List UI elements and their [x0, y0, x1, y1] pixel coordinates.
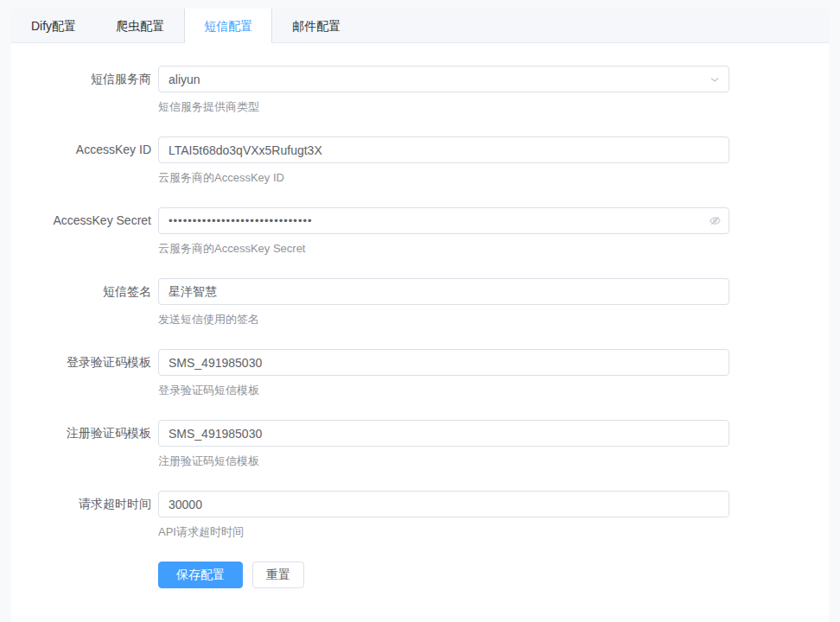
register-code-template-input[interactable]: [158, 420, 729, 447]
accesskey-id-hint: 云服务商的AccessKey ID: [158, 170, 729, 186]
field-sms-provider: 短信服务商 短信服务提供商类型: [11, 66, 829, 115]
register-code-template-label: 注册验证码模板: [11, 420, 151, 469]
sms-provider-select[interactable]: [158, 66, 729, 92]
accesskey-secret-input[interactable]: [158, 207, 729, 234]
accesskey-id-input[interactable]: [158, 136, 729, 163]
accesskey-id-label: AccessKey ID: [11, 136, 151, 186]
field-sms-signature: 短信签名 发送短信使用的签名: [11, 278, 829, 327]
tab-bar: Dify配置 爬虫配置 短信配置 邮件配置: [11, 9, 829, 43]
field-request-timeout: 请求超时时间 API请求超时时间: [11, 491, 829, 540]
sms-signature-hint: 发送短信使用的签名: [158, 312, 729, 327]
tab-dify-config[interactable]: Dify配置: [11, 9, 96, 42]
request-timeout-label: 请求超时时间: [11, 491, 151, 540]
tab-sms-config[interactable]: 短信配置: [184, 9, 272, 43]
form-actions: 保存配置 重置: [158, 562, 829, 588]
eye-off-icon[interactable]: [708, 214, 722, 228]
sms-provider-label: 短信服务商: [11, 66, 151, 115]
sms-provider-hint: 短信服务提供商类型: [158, 99, 729, 115]
request-timeout-hint: API请求超时时间: [158, 524, 729, 540]
login-code-template-hint: 登录验证码短信模板: [158, 383, 729, 398]
request-timeout-input[interactable]: [158, 491, 729, 517]
accesskey-secret-hint: 云服务商的AccessKey Secret: [158, 241, 729, 257]
sms-signature-label: 短信签名: [11, 278, 151, 327]
reset-button[interactable]: 重置: [252, 562, 304, 588]
settings-card: Dify配置 爬虫配置 短信配置 邮件配置 短信服务商 短信服务提供商类型 Ac…: [11, 9, 829, 622]
tab-crawler-config[interactable]: 爬虫配置: [96, 9, 184, 42]
register-code-template-hint: 注册验证码短信模板: [158, 454, 729, 469]
save-config-button[interactable]: 保存配置: [158, 562, 243, 588]
sms-signature-input[interactable]: [158, 278, 729, 305]
sms-config-form: 短信服务商 短信服务提供商类型 AccessKey ID 云服务商的Access…: [11, 43, 829, 588]
field-login-code-template: 登录验证码模板 登录验证码短信模板: [11, 349, 829, 398]
tab-email-config[interactable]: 邮件配置: [272, 9, 360, 42]
field-accesskey-id: AccessKey ID 云服务商的AccessKey ID: [11, 136, 829, 186]
accesskey-secret-label: AccessKey Secret: [11, 207, 151, 257]
field-register-code-template: 注册验证码模板 注册验证码短信模板: [11, 420, 829, 469]
field-accesskey-secret: AccessKey Secret 云服务商的AccessKey Secret: [11, 207, 829, 257]
chevron-down-icon[interactable]: [708, 73, 722, 86]
login-code-template-input[interactable]: [158, 349, 729, 376]
login-code-template-label: 登录验证码模板: [11, 349, 151, 398]
